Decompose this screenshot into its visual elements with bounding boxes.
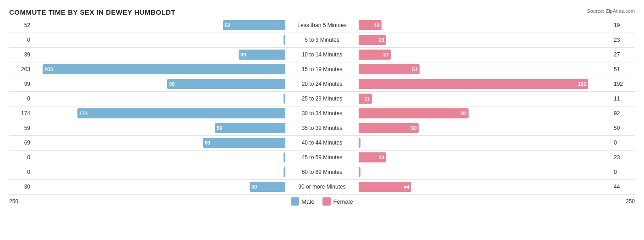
chart-legend: Male Female (32, 197, 612, 206)
bar-row: 303090 or more Minutes4444 (9, 180, 635, 193)
bar-row: 999920 to 24 Minutes192192 (9, 78, 635, 90)
female-bar: 23 (359, 35, 386, 45)
female-bar: 11 (359, 94, 372, 104)
legend-male: Male (291, 197, 314, 206)
row-label: 15 to 19 Minutes (285, 66, 359, 73)
male-bar: 203 (43, 64, 285, 74)
row-label: 20 to 24 Minutes (285, 81, 359, 87)
female-value: 192 (612, 81, 635, 87)
male-bar-wrap: 39 (32, 50, 285, 60)
female-bar: 192 (359, 79, 588, 89)
male-value: 30 (9, 184, 32, 190)
row-divider (9, 179, 635, 180)
male-bar-wrap (32, 94, 285, 104)
row-label: 35 to 39 Minutes (285, 125, 359, 131)
male-bar: 99 (167, 79, 285, 89)
female-bar-wrap: 44 (359, 182, 612, 192)
female-bar-wrap (359, 167, 612, 177)
female-bar: 92 (359, 108, 469, 118)
female-value: 50 (612, 125, 635, 131)
row-label: 5 to 9 Minutes (285, 37, 359, 43)
bars-area: 5252Less than 5 Minutes191905 to 9 Minut… (9, 19, 635, 195)
row-label: 45 to 59 Minutes (285, 154, 359, 161)
female-bar: 44 (359, 182, 411, 192)
row-divider (9, 47, 635, 48)
bar-row: 045 to 59 Minutes2323 (9, 151, 635, 164)
female-bar-wrap: 11 (359, 94, 612, 104)
male-bar-wrap: 203 (32, 64, 285, 74)
legend-female-box (322, 197, 331, 206)
female-value: 11 (612, 95, 635, 102)
row-divider (9, 106, 635, 106)
male-bar-wrap: 69 (32, 138, 285, 148)
female-bar-wrap: 19 (359, 20, 612, 30)
male-bar-wrap: 99 (32, 79, 285, 89)
row-label: 60 to 89 Minutes (285, 169, 359, 175)
male-bar: 52 (223, 20, 285, 30)
bar-row: 060 to 89 Minutes0 (9, 166, 635, 179)
male-value: 203 (9, 66, 32, 73)
chart-footer: 250 Male Female 250 (9, 197, 635, 206)
female-value: 92 (612, 110, 635, 117)
male-bar-wrap (32, 152, 285, 162)
row-label: 40 to 44 Minutes (285, 140, 359, 146)
source-label: Source: ZipAtlas.com (587, 8, 635, 14)
male-value: 99 (9, 81, 32, 87)
female-bar: 50 (359, 123, 419, 133)
male-bar-wrap: 30 (32, 182, 285, 192)
row-label: Less than 5 Minutes (285, 22, 359, 28)
female-bar (359, 138, 360, 148)
male-value: 0 (9, 95, 32, 102)
female-value: 27 (612, 51, 635, 58)
bar-row: 393910 to 14 Minutes2727 (9, 48, 635, 61)
male-bar: 39 (239, 50, 285, 60)
chart-title: COMMUTE TIME BY SEX IN DEWEY HUMBOLDT (9, 8, 635, 16)
male-bar: 174 (77, 108, 285, 118)
row-divider (9, 91, 635, 92)
female-bar-wrap: 23 (359, 152, 612, 162)
bar-row: 595935 to 39 Minutes5050 (9, 122, 635, 134)
male-bar: 59 (215, 123, 285, 133)
male-value: 174 (9, 110, 32, 117)
male-bar-wrap: 52 (32, 20, 285, 30)
female-value: 0 (612, 169, 635, 175)
male-bar-wrap (32, 35, 285, 45)
male-value: 59 (9, 125, 32, 131)
chart-container: COMMUTE TIME BY SEX IN DEWEY HUMBOLDT So… (0, 0, 644, 240)
bar-row: 20320315 to 19 Minutes5151 (9, 63, 635, 76)
male-bar: 30 (250, 182, 285, 192)
legend-female: Female (322, 197, 353, 206)
legend-male-label: Male (301, 198, 314, 205)
male-bar: 69 (203, 138, 285, 148)
row-label: 90 or more Minutes (285, 184, 359, 190)
male-bar-wrap (32, 167, 285, 177)
female-value: 23 (612, 37, 635, 43)
female-value: 19 (612, 22, 635, 28)
male-value: 0 (9, 169, 32, 175)
bar-row: 5252Less than 5 Minutes1919 (9, 19, 635, 32)
female-value: 44 (612, 184, 635, 190)
bar-row: 17417430 to 34 Minutes9292 (9, 107, 635, 120)
female-value: 51 (612, 66, 635, 73)
male-value: 0 (9, 154, 32, 161)
female-value: 0 (612, 140, 635, 146)
bar-row: 696940 to 44 Minutes0 (9, 136, 635, 149)
female-bar: 23 (359, 152, 386, 162)
row-label: 25 to 29 Minutes (285, 95, 359, 102)
right-axis-label: 250 (612, 198, 635, 205)
row-divider (9, 165, 635, 165)
female-bar-wrap: 27 (359, 50, 612, 60)
female-bar-wrap: 51 (359, 64, 612, 74)
bar-row: 05 to 9 Minutes2323 (9, 33, 635, 46)
row-divider (9, 33, 635, 33)
male-value: 69 (9, 140, 32, 146)
row-divider (9, 77, 635, 77)
row-label: 30 to 34 Minutes (285, 110, 359, 117)
row-divider (9, 135, 635, 136)
left-axis-label: 250 (9, 198, 32, 205)
female-bar-wrap: 192 (359, 79, 612, 89)
female-bar: 51 (359, 64, 420, 74)
female-bar (359, 167, 360, 177)
row-label: 10 to 14 Minutes (285, 51, 359, 58)
female-bar-wrap: 23 (359, 35, 612, 45)
